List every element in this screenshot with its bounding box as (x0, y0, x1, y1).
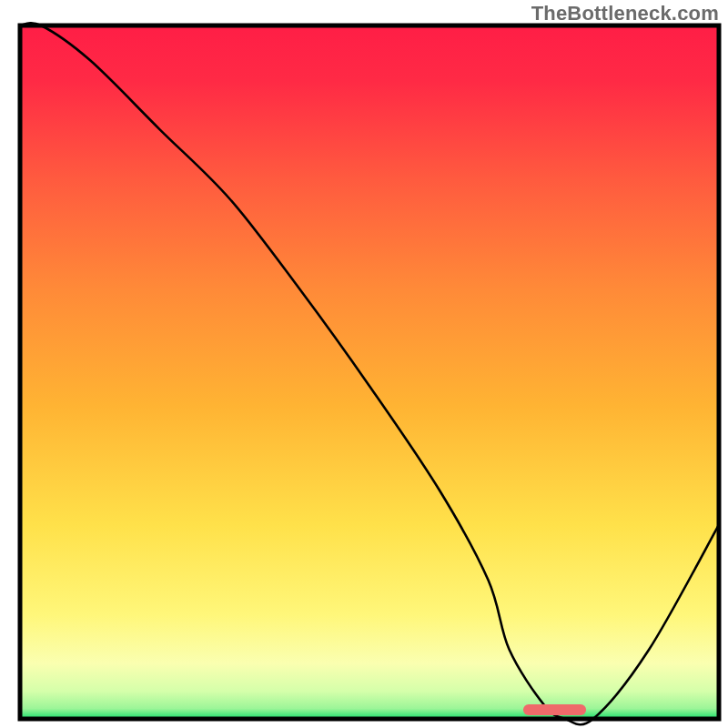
bottleneck-chart (0, 0, 728, 728)
chart-container: TheBottleneck.com (0, 0, 728, 728)
watermark-text: TheBottleneck.com (531, 2, 719, 25)
gradient-background (20, 25, 719, 719)
optimal-range-marker (523, 704, 586, 715)
